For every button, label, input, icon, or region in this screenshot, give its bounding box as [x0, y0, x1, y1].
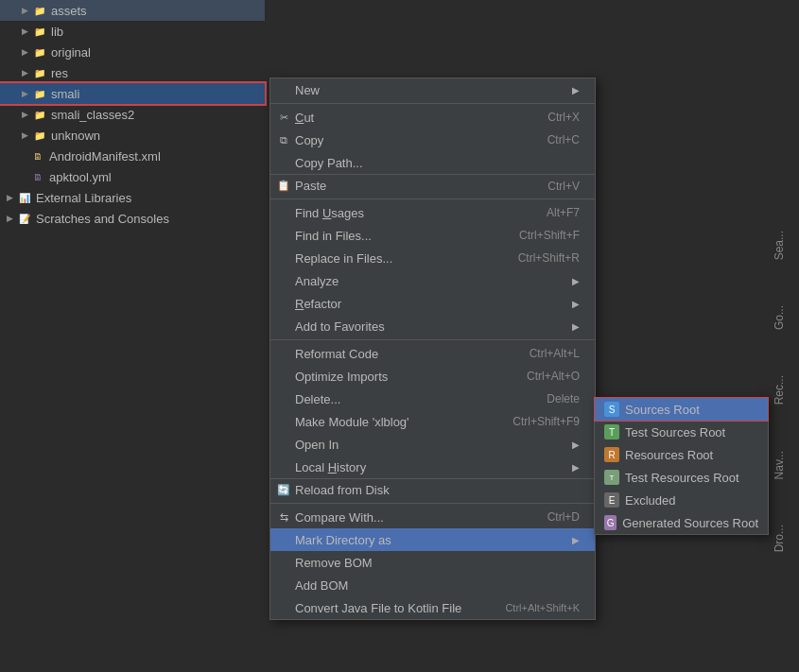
tree-label: apktool.yml [49, 170, 112, 184]
submenu-label: Test Resources Root [625, 471, 739, 485]
folder-icon: 📁 [32, 107, 47, 122]
menu-item-open-in[interactable]: Open In ▶ [270, 433, 595, 456]
right-label-go[interactable]: Go... [771, 302, 799, 334]
tree-item-res[interactable]: ▶ 📁 res [0, 62, 265, 83]
menu-item-find-in-files[interactable]: Find in Files... Ctrl+Shift+F [270, 224, 595, 247]
cut-icon: ✂ [276, 110, 291, 125]
submenu-arrow-icon: ▶ [572, 299, 580, 309]
expand-arrow: ▶ [19, 129, 30, 141]
menu-separator [270, 198, 595, 199]
tree-label: AndroidManifest.xml [49, 149, 161, 164]
tree-item-smali[interactable]: ▶ 📁 smali [0, 83, 265, 104]
menu-item-delete[interactable]: Delete... Delete [270, 388, 595, 410]
tree-label: res [51, 66, 68, 80]
resources-root-icon: R [604, 447, 619, 462]
menu-item-replace-in-files[interactable]: Replace in Files... Ctrl+Shift+R [270, 247, 595, 269]
tree-item-original[interactable]: ▶ 📁 original [0, 42, 265, 62]
right-label-nav[interactable]: Nav... [771, 447, 799, 483]
test-sources-root-icon: T [604, 424, 619, 439]
context-menu: New ▶ ✂ Cut Ctrl+X ⧉ Copy Ctrl+C Copy Pa… [269, 78, 596, 620]
submenu-label: Sources Root [625, 403, 700, 417]
tree-item-apktool[interactable]: 🗎 apktool.yml [0, 166, 265, 187]
menu-item-remove-bom[interactable]: Remove BOM [270, 551, 595, 574]
tree-item-external-libraries[interactable]: ▶ 📊 External Libraries [0, 187, 265, 208]
submenu-item-test-resources-root[interactable]: T Test Resources Root [595, 466, 768, 489]
menu-item-copy-path[interactable]: Copy Path... [270, 151, 595, 174]
library-icon: 📊 [17, 190, 32, 205]
submenu-label: Excluded [625, 493, 675, 508]
menu-item-reload[interactable]: 🔄 Reload from Disk [270, 478, 595, 501]
tree-label: assets [51, 4, 87, 18]
menu-item-paste[interactable]: 📋 Paste Ctrl+V [270, 174, 595, 197]
submenu-item-generated-sources-root[interactable]: G Generated Sources Root [595, 511, 768, 534]
submenu-label: Resources Root [625, 448, 713, 462]
submenu-item-resources-root[interactable]: R Resources Root [595, 443, 768, 466]
expand-arrow: ▶ [19, 26, 30, 37]
tree-label: original [51, 45, 91, 60]
expand-arrow: ▶ [19, 67, 30, 78]
menu-item-new[interactable]: New ▶ [270, 78, 595, 101]
tree-label: smali_classes2 [51, 108, 134, 122]
tree-item-assets[interactable]: ▶ 📁 assets [0, 0, 265, 21]
menu-item-add-favorites[interactable]: Add to Favorites ▶ [270, 315, 595, 337]
menu-item-analyze[interactable]: Analyze ▶ [270, 269, 595, 292]
menu-separator [270, 503, 595, 504]
scratch-icon: 📝 [17, 211, 32, 226]
submenu-label: Generated Sources Root [622, 516, 758, 530]
copy-icon: ⧉ [276, 132, 291, 147]
menu-item-add-bom[interactable]: Add BOM [270, 574, 595, 596]
right-label-search[interactable]: Sea... [771, 227, 799, 264]
menu-item-copy[interactable]: ⧉ Copy Ctrl+C [270, 129, 595, 151]
menu-item-local-history[interactable]: Local History ▶ [270, 456, 595, 478]
tree-label: External Libraries [36, 191, 131, 205]
menu-item-convert-kotlin[interactable]: Convert Java File to Kotlin File Ctrl+Al… [270, 596, 595, 619]
expand-arrow: ▶ [4, 192, 15, 203]
menu-item-reformat[interactable]: Reformat Code Ctrl+Alt+L [270, 342, 595, 365]
generated-sources-icon: G [604, 515, 617, 530]
tree-item-smali-classes2[interactable]: ▶ 📁 smali_classes2 [0, 104, 265, 125]
submenu-label: Test Sources Root [625, 425, 725, 439]
folder-icon: 📁 [32, 65, 47, 80]
expand-arrow: ▶ [4, 213, 15, 224]
tree-label: smali [51, 87, 79, 101]
right-label-dro[interactable]: Dro... [771, 521, 799, 556]
tree-item-scratches[interactable]: ▶ 📝 Scratches and Consoles [0, 208, 265, 229]
folder-icon: 📁 [32, 3, 47, 18]
menu-item-find-usages[interactable]: Find Usages Alt+F7 [270, 201, 595, 224]
folder-icon: 📁 [32, 44, 47, 60]
menu-item-make-module[interactable]: Make Module 'xlblog' Ctrl+Shift+F9 [270, 410, 595, 433]
menu-item-compare[interactable]: ⇆ Compare With... Ctrl+D [270, 506, 595, 528]
submenu-arrow-icon: ▶ [572, 439, 580, 450]
expand-arrow: ▶ [19, 109, 30, 120]
tree-item-androidmanifest[interactable]: 🗎 AndroidManifest.xml [0, 146, 265, 166]
submenu-item-excluded[interactable]: E Excluded [595, 489, 768, 511]
submenu-arrow-icon: ▶ [572, 321, 580, 332]
excluded-icon: E [604, 492, 619, 508]
tree-item-unknown[interactable]: ▶ 📁 unknown [0, 125, 265, 146]
menu-item-refactor[interactable]: Refactor ▶ [270, 292, 595, 315]
yml-icon: 🗎 [30, 169, 45, 184]
tree-item-lib[interactable]: ▶ 📁 lib [0, 21, 265, 42]
expand-arrow: ▶ [19, 88, 30, 99]
menu-item-cut[interactable]: ✂ Cut Ctrl+X [270, 106, 595, 129]
submenu-arrow-icon: ▶ [572, 85, 580, 95]
submenu-arrow-icon: ▶ [572, 535, 580, 545]
sources-root-icon: S [604, 402, 619, 417]
reload-icon: 🔄 [276, 483, 291, 498]
submenu-arrow-icon: ▶ [572, 462, 580, 473]
right-label-rec[interactable]: Rec... [771, 371, 799, 408]
submenu-item-test-sources-root[interactable]: T Test Sources Root [595, 421, 768, 443]
file-tree: ▶ 📁 assets ▶ 📁 lib ▶ 📁 original ▶ 📁 res … [0, 0, 265, 672]
paste-icon: 📋 [276, 179, 291, 194]
expand-arrow: ▶ [19, 5, 30, 16]
folder-icon: 📁 [32, 128, 47, 143]
xml-icon: 🗎 [30, 148, 45, 164]
menu-item-optimize-imports[interactable]: Optimize Imports Ctrl+Alt+O [270, 365, 595, 388]
right-panel: Sea... Go... Rec... Nav... Dro... [771, 227, 799, 557]
menu-separator [270, 339, 595, 340]
test-resources-root-icon: T [604, 470, 619, 485]
menu-item-mark-directory[interactable]: Mark Directory as ▶ [270, 528, 595, 551]
folder-icon: 📁 [32, 24, 47, 39]
submenu-item-sources-root[interactable]: S Sources Root [595, 398, 768, 421]
tree-label: Scratches and Consoles [36, 212, 169, 226]
